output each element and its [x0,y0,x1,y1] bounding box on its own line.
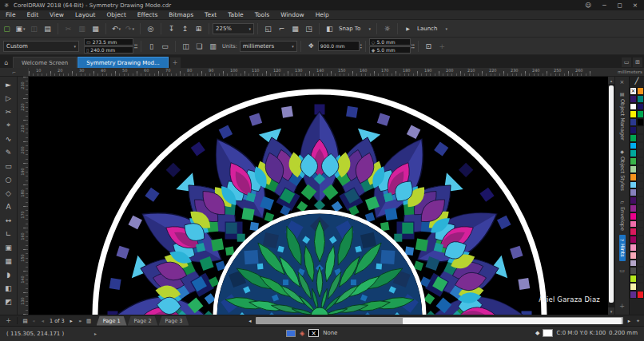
add-docker-button[interactable]: + [619,303,625,310]
color-swatch[interactable] [630,173,637,181]
open-document-button[interactable]: ▣▾ [14,22,26,35]
artistic-media-tool[interactable]: ✎ [2,145,16,159]
page-tab-page-1[interactable]: Page 1 [97,316,127,326]
rectangle-tool[interactable]: ▭ [2,159,16,172]
property-bar-extra-button[interactable]: + [436,40,448,53]
docker-tab-hints[interactable]: ?Hints [619,235,626,261]
add-page-button[interactable]: + [0,317,18,324]
horizontal-scroll-thumb[interactable] [403,318,622,324]
color-swatch[interactable] [630,165,637,173]
color-swatch[interactable] [630,110,637,118]
no-color-swatch[interactable]: × [630,87,637,95]
first-page-button[interactable]: « [30,318,38,324]
fill-icon[interactable]: ◈ [300,330,304,337]
outline-color-swatch[interactable] [543,329,553,337]
launch-dropdown[interactable]: Launch ▾ [415,23,450,34]
minimize-button[interactable]: − [602,2,606,9]
vertical-scrollbar[interactable]: ▴ ▾ [608,77,614,315]
color-swatch[interactable] [630,204,637,212]
color-swatch[interactable] [637,103,644,111]
zoom-level-combo[interactable]: 225% ▾ [213,23,254,34]
menu-effects[interactable]: Effects [132,11,164,18]
pick-tool[interactable]: ► [2,77,16,91]
import-button[interactable]: ↧ [165,22,177,35]
redo-button[interactable]: ↷▾ [124,22,136,35]
cut-button[interactable]: ✂ [62,22,74,35]
menu-layout[interactable]: Layout [70,11,101,18]
options-gear-icon[interactable]: ☼ [381,22,393,35]
docker-tab-envelope[interactable]: ▱Envelope [619,195,626,235]
color-swatch[interactable] [637,291,644,299]
show-grid-button[interactable]: ▦ [289,22,301,35]
show-rulers-button[interactable]: ⌐ [276,22,288,35]
nudge-field[interactable]: 900.0 mm [318,41,360,51]
print-button[interactable]: ▤ [42,22,54,35]
interactive-fill-tool[interactable]: ◧ [2,281,16,295]
color-swatch[interactable] [630,95,637,103]
launch-icon[interactable]: ▶ [402,22,414,35]
scroll-up-icon[interactable]: ▴ [608,77,614,84]
account-icon[interactable]: ☺ [585,2,591,9]
docker-extra-icon[interactable]: ▭ [619,268,625,274]
menu-tools[interactable]: Tools [249,11,275,18]
crop-tool[interactable]: ✂ [2,105,16,118]
last-page-button[interactable]: » [76,318,85,324]
nudge-stepper[interactable]: ▴▾ [360,43,362,50]
zoom-tool-icon[interactable]: ⌖ [634,318,642,324]
menu-text[interactable]: Text [199,11,222,18]
color-swatch[interactable] [630,267,637,275]
color-swatch[interactable] [630,188,637,196]
color-swatch[interactable] [637,118,644,126]
color-swatch[interactable] [637,110,644,118]
vertical-scroll-thumb[interactable] [609,85,614,303]
duplicate-x-field[interactable]: ◇ 5.0 mm [369,38,411,46]
smart-fill-tool[interactable]: ◩ [2,295,16,308]
portrait-button[interactable]: ▯ [145,40,157,53]
export-button[interactable]: ↥ [179,22,191,35]
docker-tab-object-manager[interactable]: ▤Object Manager [619,87,626,145]
color-swatch[interactable] [630,244,637,252]
color-swatch[interactable] [630,149,637,157]
ruler-options-button[interactable]: ⊞ [633,57,642,67]
drawing-canvas[interactable]: Ariel Garaza Diaz [29,77,608,315]
horizontal-scrollbar[interactable] [256,317,623,324]
color-swatch[interactable] [630,228,637,236]
color-swatch[interactable] [630,118,637,126]
restore-button[interactable]: ◻ [617,2,622,9]
palette-eyedropper-icon[interactable]: ╱ [635,77,639,87]
color-swatch[interactable] [630,252,637,260]
current-page-size-button[interactable]: ◫ [180,40,192,53]
page-width-field[interactable]: ▭ 273.5 mm [84,38,133,46]
duplicate-y-field[interactable]: ◆ 5.0 mm [369,46,411,54]
menu-window[interactable]: Window [275,11,310,18]
treat-as-filled-button[interactable]: ⊡ [423,40,435,53]
undo-button[interactable]: ↶▾ [110,22,122,35]
parallel-dimension-tool[interactable]: ↔ [2,213,16,227]
page-size-stepper[interactable]: ▴▴▾▾ [134,43,137,50]
scroll-down-icon[interactable]: ▾ [608,307,614,315]
polygon-tool[interactable]: ◇ [2,186,16,200]
color-swatch[interactable] [630,196,637,204]
new-tab-button[interactable]: + [170,57,181,68]
units-combo[interactable]: millimeters ▾ [240,41,297,52]
color-swatch[interactable] [637,95,644,103]
new-document-button[interactable]: ▢ [1,22,13,35]
paste-button[interactable]: ▦ [89,22,101,35]
menu-bitmaps[interactable]: Bitmaps [163,11,199,18]
color-swatch[interactable] [630,291,637,299]
ruler-origin-button[interactable]: ⌐ [0,68,29,76]
menu-file[interactable]: File [0,11,22,18]
color-swatch[interactable] [630,142,637,150]
search-content-button[interactable]: ◎ [145,22,157,35]
copy-button[interactable]: ▥ [76,22,88,35]
close-button[interactable]: × [633,2,638,9]
menu-help[interactable]: Help [310,11,335,18]
page-flag-left-icon[interactable]: ▤ [21,318,30,324]
application-launcher-button[interactable]: ⊞ [193,22,205,35]
duplicate-stepper[interactable]: ▴▴▾▾ [411,43,415,50]
color-swatch[interactable] [630,236,637,244]
drop-shadow-tool[interactable]: ▣ [2,240,16,254]
home-icon[interactable]: ⌂ [0,57,13,68]
hscroll-right-icon[interactable]: ▸ [625,318,634,324]
shape-tool[interactable]: ▷ [2,91,16,105]
